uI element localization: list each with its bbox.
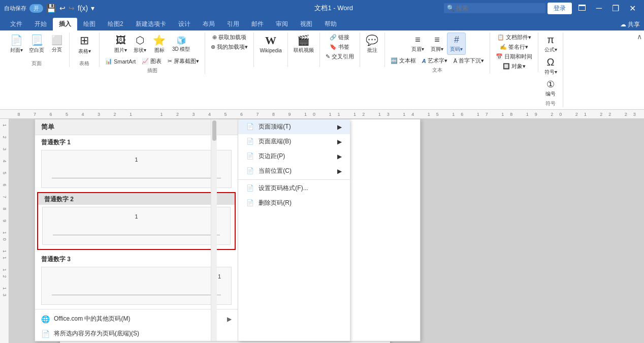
- save-selection-button[interactable]: 📄 将所选内容另存为页码(底端)(S): [35, 326, 238, 341]
- tab-new[interactable]: 新建选项卡: [130, 18, 172, 30]
- menu-item-delete[interactable]: 📄 删除页码(R): [238, 196, 350, 210]
- save-icon2: 📄: [41, 330, 50, 338]
- formula-icon[interactable]: f(x): [78, 4, 88, 12]
- menu-item-current[interactable]: 📄 当前位置(C) ▶: [238, 164, 350, 178]
- comment-button[interactable]: 💬 批注: [363, 33, 381, 55]
- symbol-icon: Ω: [547, 56, 555, 68]
- get-addins-button[interactable]: ⊕ 获取加载项: [210, 33, 249, 42]
- get-addins-icon: ⊕: [212, 34, 217, 41]
- restore-button[interactable]: 🗖: [574, 2, 590, 15]
- page-number-button[interactable]: # 页码▾: [447, 33, 466, 55]
- page-margin-icon: 📄: [246, 152, 254, 160]
- object-button[interactable]: 🔲 对象▾: [500, 61, 528, 71]
- online-video-button[interactable]: 🎬 联机视频: [291, 33, 316, 55]
- page-break-button[interactable]: ⬜ 分页: [48, 33, 66, 55]
- search-input[interactable]: [444, 3, 545, 13]
- ribbon-group-symbols: π 公式▾ Ω 符号▾ ① 编号 符号: [538, 33, 563, 107]
- footer-icon: ≡: [434, 35, 440, 45]
- bookmark-button[interactable]: 🔖 书签: [327, 42, 352, 52]
- minimize-button[interactable]: ─: [592, 2, 606, 15]
- tab-mailings[interactable]: 邮件: [245, 18, 270, 30]
- blank-page-icon: 📃: [30, 34, 43, 46]
- datetime-icon: 📅: [496, 53, 503, 60]
- title-bar-right: 🔍 登录 🗖 ─ ❐ ✕: [444, 2, 640, 15]
- smartart-button[interactable]: 📊 SmartArt: [103, 57, 138, 66]
- maximize-button[interactable]: ❐: [608, 2, 623, 15]
- footer-button[interactable]: ≡ 页脚▾: [428, 33, 446, 54]
- numbering-button[interactable]: ① 编号: [541, 77, 560, 99]
- undo-icon[interactable]: ↩: [59, 4, 66, 12]
- page-style-3[interactable]: 普通数字 3 1: [35, 252, 238, 305]
- icon-button[interactable]: ⭐ 图标: [150, 33, 169, 55]
- object-icon: 🔲: [503, 63, 510, 70]
- tab-layout[interactable]: 布局: [197, 18, 221, 30]
- tab-draw1[interactable]: 绘图: [77, 18, 102, 30]
- comment-icon: 💬: [366, 34, 378, 46]
- line-2: [53, 235, 220, 235]
- autosave-toggle[interactable]: 开: [29, 4, 43, 13]
- ribbon-group-addins: ⊕ 获取加载项 ⊕ 我的加载项▾: [205, 33, 254, 67]
- symbol-button[interactable]: Ω 符号▾: [541, 55, 560, 77]
- tab-help[interactable]: 帮助: [318, 18, 343, 30]
- login-button[interactable]: 登录: [548, 3, 572, 14]
- table-button[interactable]: ⊞ 表格▾: [73, 33, 96, 56]
- menu-item-bottom[interactable]: 📄 页面底端(B) ▶: [238, 134, 350, 149]
- ribbon-collapse-button[interactable]: ∧: [637, 33, 642, 41]
- preview-2: 1: [42, 207, 231, 245]
- share-button[interactable]: ☁ 共享: [620, 20, 640, 29]
- preview-1: 1: [41, 150, 232, 188]
- shape-button[interactable]: ⬡ 形状▾: [131, 33, 149, 55]
- my-addins-button[interactable]: ⊕ 我的加载项▾: [208, 42, 250, 52]
- ribbon-group-table: ⊞ 表格▾ 表格: [70, 33, 100, 67]
- chart-button[interactable]: 📈 图表: [139, 56, 164, 66]
- header-button[interactable]: ≡ 页眉▾: [408, 33, 427, 54]
- save-icon[interactable]: 💾: [46, 4, 56, 13]
- blank-page-button[interactable]: 📃 空白页: [26, 33, 47, 55]
- datetime-button[interactable]: 📅 日期和时间: [493, 52, 535, 61]
- bookmark-icon: 🔖: [330, 44, 337, 50]
- dropdown-header: 简单: [35, 119, 238, 135]
- close-button[interactable]: ✕: [625, 2, 640, 15]
- tab-draw2[interactable]: 绘图2: [102, 18, 130, 30]
- picture-button[interactable]: 🖼 图片▾: [112, 33, 130, 55]
- page-top-icon: 📄: [246, 123, 254, 130]
- textbox-button[interactable]: 🔤 文本框: [388, 56, 418, 66]
- office-more-button[interactable]: 🌐 Office.com 中的其他页码(M) ▶: [35, 311, 238, 326]
- formula-button[interactable]: π 公式▾: [541, 33, 560, 55]
- cover-button[interactable]: 📄 封面▾: [7, 33, 25, 55]
- wordart-icon: A: [422, 58, 426, 64]
- app-title: 文档1 - Word: [224, 4, 444, 13]
- screenshot-button[interactable]: ✂ 屏幕截图▾: [165, 56, 202, 66]
- docparts-button[interactable]: 📋 文档部件▾: [495, 33, 534, 42]
- customize-icon[interactable]: ▾: [91, 4, 94, 12]
- tab-view[interactable]: 视图: [294, 18, 318, 30]
- page-style-2[interactable]: 普通数字 2 1: [37, 192, 236, 250]
- menu-item-margin[interactable]: 📄 页边距(P) ▶: [238, 149, 350, 164]
- cross-ref-button[interactable]: ✎ 交叉引用: [323, 52, 357, 61]
- wikipedia-button[interactable]: W Wikipedia: [257, 33, 284, 55]
- tab-insert[interactable]: 插入: [53, 18, 77, 30]
- illustration-buttons-row1: 🖼 图片▾ ⬡ 形状▾ ⭐ 图标 🧊 3D 模型: [112, 33, 193, 55]
- tab-references[interactable]: 引用: [221, 18, 245, 30]
- arrow-right-icon: ▶: [227, 316, 232, 323]
- menu-item-top[interactable]: 📄 页面顶端(T) ▶: [238, 119, 350, 134]
- signature-button[interactable]: ✍ 签名行▾: [497, 42, 531, 52]
- dropcap-button[interactable]: Ā 首字下沉▾: [451, 56, 487, 66]
- dropdown-scrollbar[interactable]: [211, 119, 217, 341]
- wordart-button[interactable]: A 艺术字▾: [420, 56, 450, 66]
- link-button[interactable]: 🔗 链接: [327, 33, 352, 42]
- header-icon: ≡: [415, 35, 421, 45]
- page-current-icon: 📄: [246, 167, 254, 174]
- tab-file[interactable]: 文件: [4, 18, 28, 30]
- line-3: [52, 295, 221, 295]
- tab-design[interactable]: 设计: [172, 18, 197, 30]
- menu-item-format[interactable]: 📄 设置页码格式(F)...: [238, 181, 350, 196]
- redo-icon[interactable]: ↪: [69, 4, 75, 12]
- page-style-1[interactable]: 普通数字 1 1: [35, 135, 238, 188]
- my-addins-icon: ⊕: [211, 44, 215, 50]
- 3d-model-button[interactable]: 🧊 3D 模型: [170, 34, 193, 54]
- ribbon-group-video: 🎬 联机视频: [288, 33, 320, 67]
- tab-review[interactable]: 审阅: [270, 18, 294, 30]
- tab-home[interactable]: 开始: [28, 18, 53, 30]
- ribbon-group-page: 📄 封面▾ 📃 空白页 ⬜ 分页 页面: [4, 33, 70, 67]
